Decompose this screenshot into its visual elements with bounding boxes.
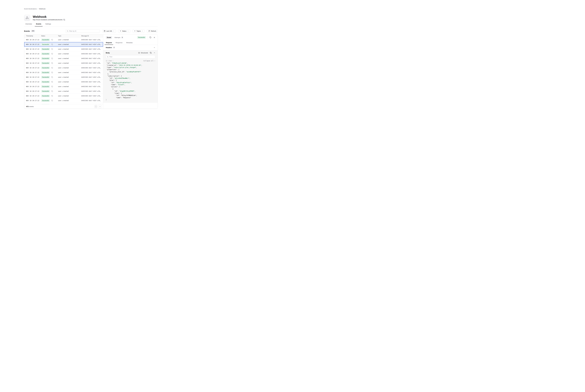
events-toolbar: Events 472 Last 24h Status (24, 29, 158, 33)
retry-event-button[interactable] (51, 81, 53, 83)
retry-event-button[interactable] (51, 67, 53, 69)
panel-bottom-spacer (103, 102, 158, 108)
table-row[interactable]: NOV 18 10:17:22 Successful user.created … (24, 70, 103, 75)
retry-event-button[interactable] (51, 86, 53, 88)
structured-mode-toggle[interactable]: {} Structured (138, 52, 148, 54)
collapse-body-button[interactable] (154, 52, 155, 54)
expand-headers-button[interactable] (154, 47, 155, 48)
events-table: Timestamp Status Topic Message ID NOV 18… (24, 34, 103, 108)
view-tab-event[interactable]: Event (106, 36, 112, 39)
json-tree-header: {1 item ↑ Collapse all ↑ (106, 60, 155, 62)
retry-icon (51, 100, 53, 102)
time-range-button[interactable]: Last 24h (102, 29, 116, 33)
row-message-id: b4925365-b8cf-42b7-a76… (81, 76, 103, 78)
json-items-summary[interactable]: {1 item ↑ (106, 60, 113, 62)
row-timestamp: NOV 18 10:17:22 (24, 67, 41, 69)
retry-icon (51, 76, 53, 78)
row-timestamp: NOV 18 10:17:22 (24, 39, 41, 40)
row-timestamp: NOV 18 10:17:22 (24, 53, 41, 55)
retry-event-button[interactable] (51, 72, 53, 73)
headers-section[interactable]: Headers 3 (103, 45, 158, 50)
close-panel-button[interactable] (154, 36, 155, 38)
tab-request[interactable]: Request (106, 40, 112, 45)
status-badge: Successful (41, 53, 50, 55)
event-status-badge: Successful (137, 36, 146, 38)
table-row[interactable]: NOV 18 10:17:22 Successful user.created … (24, 94, 103, 98)
topics-filter-button[interactable]: Topics (132, 29, 144, 33)
retry-event-button[interactable] (51, 48, 53, 50)
view-tab-attempts[interactable]: Attempts 3 (113, 36, 124, 39)
retry-event-button[interactable] (51, 90, 53, 92)
retry-icon (51, 62, 53, 64)
table-row[interactable]: NOV 18 10:17:22 Successful user.created … (24, 84, 103, 89)
close-icon (154, 36, 155, 38)
page-title: Webhook (33, 15, 46, 18)
retry-event-button[interactable] (51, 95, 53, 97)
filter-by-id-box[interactable] (66, 29, 100, 33)
collapse-all-button[interactable]: Collapse all ↑ (144, 60, 155, 62)
body-filter-box[interactable] (106, 55, 155, 58)
table-row[interactable]: NOV 18 10:17:22 Successful user.created … (24, 47, 103, 52)
retry-event-button[interactable] (51, 58, 53, 59)
row-message-id: b4925365-b8cf-42b7-a76… (81, 39, 103, 40)
table-row[interactable]: NOV 18 10:17:22 Successful user.created … (24, 98, 103, 103)
row-message-id: b4925365-b8cf-42b7-a76… (81, 86, 103, 88)
row-topic: user.created (58, 81, 81, 83)
status-badge: Successful (41, 62, 50, 64)
search-icon (107, 56, 108, 58)
refresh-button[interactable]: Refresh (147, 29, 158, 33)
row-timestamp: NOV 18 10:17:22 (24, 100, 41, 102)
row-message-id: b4925365-b8cf-42b7-a76… (81, 48, 103, 50)
table-row[interactable]: NOV 18 10:17:22 Successful user.created … (24, 80, 103, 84)
column-header-status: Status (41, 35, 58, 37)
webhook-icon (26, 16, 29, 19)
status-badge: Successful (41, 76, 50, 78)
body-filter-input[interactable] (109, 56, 154, 58)
footer-event-count: 472 (26, 106, 29, 108)
table-row[interactable]: NOV 18 10:17:22 Successful user.created … (24, 103, 103, 104)
retry-event-button[interactable] (51, 39, 53, 40)
refresh-icon (148, 30, 150, 32)
row-timestamp: NOV 18 10:17:22 (24, 81, 41, 83)
table-row[interactable]: NOV 18 10:17:22 Successful user.created … (24, 42, 103, 47)
tab-events[interactable]: Events (35, 23, 42, 26)
retry-event-button[interactable] (51, 62, 53, 64)
next-page-button[interactable]: › (98, 105, 102, 108)
webhook-url: http://mock.hookdeck.com/webhooks/events (33, 19, 62, 20)
table-row[interactable]: NOV 18 10:17:22 Successful user.created … (24, 75, 103, 80)
copy-body-button[interactable] (150, 52, 152, 54)
table-row[interactable]: NOV 18 10:17:22 Successful user.created … (24, 38, 103, 42)
table-row[interactable]: NOV 18 10:17:22 Successful user.created … (24, 66, 103, 70)
table-row[interactable]: NOV 18 10:17:22 Successful user.created … (24, 89, 103, 94)
status-filter-button[interactable]: Status (118, 29, 130, 33)
tab-settings[interactable]: Settings (44, 23, 52, 26)
table-footer: 472 events ‹ › (24, 104, 103, 108)
table-row[interactable]: NOV 18 10:17:22 Successful user.created … (24, 61, 103, 66)
status-badge: Successful (41, 43, 50, 46)
retry-event-button[interactable] (150, 36, 152, 38)
row-timestamp: NOV 18 10:17:22 (24, 58, 41, 59)
table-row[interactable]: NOV 18 10:17:22 Successful user.created … (24, 52, 103, 56)
row-message-id: b4925365-b8cf-42b7-a76… (81, 58, 103, 59)
tab-overview[interactable]: Overview (24, 23, 33, 26)
retry-event-button[interactable] (51, 76, 53, 78)
status-badge: Successful (41, 86, 50, 88)
table-row[interactable]: NOV 18 10:17:22 Successful user.created … (24, 56, 103, 61)
previous-page-button[interactable]: ‹ (94, 105, 98, 108)
breadcrumb-link-event-destinations[interactable]: Event Destinations (24, 8, 37, 10)
retry-event-button[interactable] (51, 44, 53, 45)
row-topic: user.created (58, 58, 81, 59)
status-badge: Successful (41, 95, 50, 97)
tab-response[interactable]: Response (116, 40, 122, 45)
retry-event-button[interactable] (51, 100, 53, 102)
copy-url-button[interactable] (64, 19, 65, 20)
retry-event-button[interactable] (51, 53, 53, 55)
retry-icon (51, 86, 53, 88)
json-viewer-lines[interactable]: "id": "P2NoRtyZoTc46X3B", "created_at": … (106, 62, 155, 101)
chevron-up-icon (154, 52, 155, 54)
filter-by-id-input[interactable] (69, 30, 99, 32)
row-timestamp: NOV 18 10:17:22 (24, 90, 41, 92)
row-topic: user.created (58, 76, 81, 78)
column-header-timestamp: Timestamp (24, 35, 41, 37)
tab-metadata[interactable]: Metadata (126, 40, 133, 45)
